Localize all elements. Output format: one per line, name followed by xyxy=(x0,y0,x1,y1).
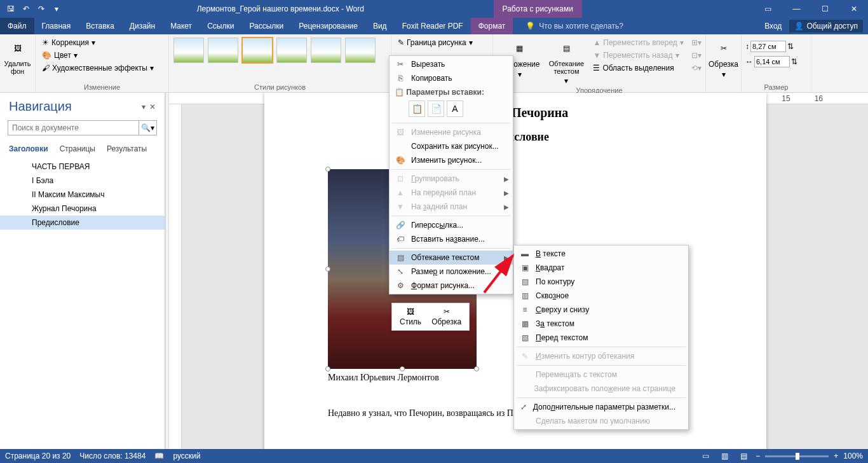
resize-handle[interactable] xyxy=(325,366,330,371)
ribbon-options-icon[interactable]: ▭ xyxy=(754,0,782,18)
share-button[interactable]: 👤 Общий доступ xyxy=(789,20,863,32)
wrap-behind[interactable]: ▦За текстом xyxy=(514,317,688,331)
sign-in-button[interactable]: Вход xyxy=(759,18,787,34)
nav-tab-results[interactable]: Результаты xyxy=(107,144,147,153)
tab-mailings[interactable]: Рассылки xyxy=(241,18,291,34)
paste-option-1[interactable]: 📋 xyxy=(409,100,425,117)
picture-style-2[interactable] xyxy=(208,38,238,63)
undo-icon[interactable]: ↶ xyxy=(19,2,33,16)
tab-view[interactable]: Вид xyxy=(365,18,395,34)
topbottom-label: Сверху и снизу xyxy=(536,305,589,314)
outline-item[interactable]: I Бэла xyxy=(0,174,165,188)
wrap-more-options[interactable]: ⤢Дополнительные параметры разметки... xyxy=(514,400,688,414)
corrections-button[interactable]: ☀ Коррекция ▾ xyxy=(39,37,165,48)
ctx-save-as-picture[interactable]: Сохранить как рисунок... xyxy=(390,139,513,153)
wrap-inline[interactable]: ▬В тексте xyxy=(514,247,688,261)
ctx-format-picture[interactable]: ⚙Формат рисунка... xyxy=(390,279,513,293)
zoom-out-icon[interactable]: − xyxy=(756,452,760,460)
resize-handle[interactable] xyxy=(325,167,330,172)
nav-search[interactable]: 🔍▾ xyxy=(8,120,157,135)
zoom-level[interactable]: 100% xyxy=(843,452,863,460)
view-web-icon[interactable]: ▤ xyxy=(736,450,750,462)
resize-handle[interactable] xyxy=(325,266,330,272)
picture-border-button[interactable]: ✎ Граница рисунка ▾ xyxy=(395,37,489,48)
save-icon[interactable]: 🖫 xyxy=(4,2,18,16)
wrap-square[interactable]: ▣Квадрат xyxy=(514,261,688,275)
mini-style-button[interactable]: 🖼Стиль xyxy=(395,306,426,328)
outline-item[interactable]: Журнал Печорина xyxy=(0,202,165,216)
vertical-ruler[interactable] xyxy=(169,104,182,449)
tab-file[interactable]: Файл xyxy=(0,18,34,34)
paste-option-3[interactable]: A xyxy=(447,100,463,117)
height-field[interactable] xyxy=(750,41,786,52)
wrap-through[interactable]: ▥Сквозное xyxy=(514,289,688,303)
tab-foxit[interactable]: Foxit Reader PDF xyxy=(395,18,471,34)
crop-button[interactable]: ✂Обрезка▾ xyxy=(710,37,737,80)
resize-handle[interactable] xyxy=(474,366,479,371)
tab-format[interactable]: Формат xyxy=(471,18,513,34)
ctx-edit-picture[interactable]: 🎨Изменить рисунок... xyxy=(390,153,513,167)
status-words[interactable]: Число слов: 13484 xyxy=(79,452,146,460)
view-read-icon[interactable]: ▭ xyxy=(698,450,712,462)
outline-item[interactable]: Предисловие xyxy=(0,216,165,230)
height-input[interactable]: ↕ ⇅ xyxy=(745,41,807,52)
paste-option-2[interactable]: 📄 xyxy=(428,100,444,117)
search-input[interactable] xyxy=(8,121,139,135)
wrap-tight[interactable]: ▤По контуру xyxy=(514,275,688,289)
crop-icon: ✂ xyxy=(714,38,734,59)
zoom-slider[interactable] xyxy=(765,455,829,457)
picture-style-1[interactable] xyxy=(173,38,204,63)
width-input[interactable]: ↔ ⇅ xyxy=(745,56,807,67)
artistic-effects-button[interactable]: 🖌 Художественные эффекты ▾ xyxy=(39,62,165,74)
corrections-label: Коррекция xyxy=(51,38,89,47)
nav-menu-icon[interactable]: ▾ xyxy=(142,102,146,111)
tab-home[interactable]: Главная xyxy=(34,18,79,34)
picture-style-3[interactable] xyxy=(242,38,273,63)
ctx-insert-caption[interactable]: 🏷Вставить название... xyxy=(390,232,513,246)
qat-customize-icon[interactable]: ▾ xyxy=(50,2,64,16)
wrap-front[interactable]: ▧Перед текстом xyxy=(514,331,688,345)
tell-me-search[interactable]: 💡 Что вы хотите сделать? xyxy=(526,22,623,31)
remove-background-button[interactable]: 🖼 Удалить фон xyxy=(4,37,31,76)
tab-design[interactable]: Дизайн xyxy=(122,18,163,34)
wrap-top-bottom[interactable]: ≡Сверху и снизу xyxy=(514,303,688,317)
picture-style-4[interactable] xyxy=(276,38,307,63)
wrap-text-button[interactable]: ▤Обтекание текстом▾ xyxy=(545,37,588,86)
tab-references[interactable]: Ссылки xyxy=(200,18,241,34)
color-button[interactable]: 🎨 Цвет ▾ xyxy=(39,50,165,61)
view-print-icon[interactable]: ▥ xyxy=(717,450,731,462)
ctx-wrap-text[interactable]: ▤Обтекание текстом▶ xyxy=(390,251,513,265)
maximize-icon[interactable]: ☐ xyxy=(811,0,839,18)
nav-tab-headings[interactable]: Заголовки xyxy=(9,144,48,153)
picture-style-5[interactable] xyxy=(311,38,341,63)
outline-item[interactable]: II Максим Максимыч xyxy=(0,188,165,202)
format-icon: ⚙ xyxy=(395,281,406,290)
width-field[interactable] xyxy=(754,56,790,67)
ctx-copy[interactable]: ⎘Копировать xyxy=(390,71,513,85)
picture-style-6[interactable] xyxy=(345,38,376,63)
status-page[interactable]: Страница 20 из 20 xyxy=(5,452,71,460)
resize-handle[interactable] xyxy=(400,366,405,371)
redo-icon[interactable]: ↷ xyxy=(34,2,48,16)
close-icon[interactable]: ✕ xyxy=(839,0,868,18)
nav-tab-pages[interactable]: Страницы xyxy=(60,144,95,153)
ctx-size-position[interactable]: ⤡Размер и положение... xyxy=(390,265,513,279)
search-icon[interactable]: 🔍▾ xyxy=(139,121,156,135)
tab-insert[interactable]: Вставка xyxy=(78,18,122,34)
tab-review[interactable]: Рецензирование xyxy=(291,18,365,34)
ctx-hyperlink[interactable]: 🔗Гиперссылка... xyxy=(390,218,513,232)
zoom-in-icon[interactable]: + xyxy=(834,452,838,460)
status-language[interactable]: русский xyxy=(173,452,200,460)
nav-close-icon[interactable]: ✕ xyxy=(149,102,156,111)
picture-tools-tab[interactable]: Работа с рисунками xyxy=(494,0,582,18)
ctx-cut[interactable]: ✂Вырезать xyxy=(390,57,513,71)
behind-label: За текстом xyxy=(536,319,574,328)
outline-item[interactable]: ЧАСТЬ ПЕРВАЯ xyxy=(0,160,165,174)
tab-layout[interactable]: Макет xyxy=(163,18,200,34)
front-label: На передний план xyxy=(411,188,476,197)
status-spellcheck-icon[interactable]: 📖 xyxy=(154,452,164,460)
selection-pane-button[interactable]: ☰ Область выделения xyxy=(590,62,686,74)
minimize-icon[interactable]: — xyxy=(782,0,811,18)
window-title: Лермонтов_Герой нашего времени.docx - Wo… xyxy=(67,4,494,13)
mini-crop-button[interactable]: ✂Обрезка xyxy=(426,306,466,328)
